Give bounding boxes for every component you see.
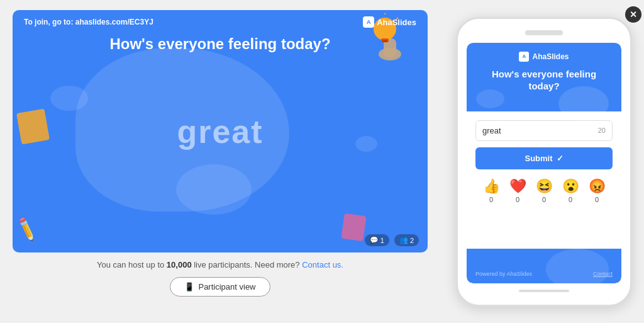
reaction-angry[interactable]: 😡 0	[589, 179, 606, 203]
laugh-emoji: 😆	[536, 179, 553, 193]
blob-decoration-3	[50, 86, 88, 111]
phone-char-count: 20	[598, 127, 606, 134]
users-icon: 👥	[399, 236, 408, 244]
angry-emoji: 😡	[589, 179, 606, 193]
angry-count: 0	[595, 196, 599, 203]
sticky-note-decoration-2	[341, 213, 366, 241]
blob-decoration-2	[176, 164, 252, 215]
phone-logo: A AhaSlides	[475, 52, 613, 62]
reaction-heart[interactable]: ❤️ 0	[509, 179, 526, 203]
slide-logo: A AhaSlides	[363, 16, 416, 28]
logo-icon: A	[363, 16, 374, 28]
phone-answer-input[interactable]: great	[482, 126, 598, 135]
phone-reactions-row: 👍 0 ❤️ 0 😆 0 😮 0	[475, 179, 613, 203]
phone-logo-icon: A	[519, 52, 529, 62]
participant-view-button[interactable]: 📱 Participant view	[170, 277, 270, 297]
phone-blob-2	[476, 89, 504, 108]
phone-notch	[525, 30, 563, 35]
slide-bottom-bar: 💬 1 👥 2	[365, 234, 419, 246]
sticky-note-decoration-1	[16, 108, 50, 144]
phone-submit-button[interactable]: Submit ✓	[475, 147, 613, 169]
phone-blob-1	[558, 86, 609, 121]
thumbsup-count: 0	[489, 196, 493, 203]
slide-featured-word: great	[177, 113, 263, 150]
laugh-count: 0	[542, 196, 546, 203]
response-count-badge: 💬 1	[365, 234, 389, 246]
message-icon: 💬	[370, 236, 379, 244]
close-button[interactable]: ✕	[625, 6, 641, 23]
reaction-wow[interactable]: 😮 0	[562, 179, 579, 203]
phone-logo-text: AhaSlides	[532, 52, 569, 61]
reaction-thumbsup[interactable]: 👍 0	[483, 179, 500, 203]
slide-container: ✏️ To join, go to: ahaslides	[13, 10, 428, 252]
below-slide-section: You can host up to 10,000 live participa…	[97, 260, 343, 297]
checkmark-icon: ✓	[557, 154, 564, 163]
phone-mockup: A AhaSlides How's everyone feeling today…	[456, 17, 632, 307]
left-panel: ✏️ To join, go to: ahaslides	[0, 0, 440, 323]
contact-us-link[interactable]: Contact us.	[302, 260, 343, 269]
slide-header: To join, go to: ahaslides.com/EC3YJ A Ah…	[13, 10, 428, 34]
blob-decoration-4	[355, 136, 377, 152]
wow-count: 0	[569, 196, 572, 203]
phone-header-blue: A AhaSlides How's everyone feeling today…	[467, 43, 621, 111]
wow-emoji: 😮	[562, 179, 579, 193]
phone-footer-link[interactable]: Contact	[593, 271, 613, 277]
phone-powered-by: Powered by AhaSlides	[475, 271, 532, 277]
phone-screen: A AhaSlides How's everyone feeling today…	[467, 43, 621, 283]
right-panel: ✕ A AhaSlides How's everyone feeling tod…	[440, 0, 644, 323]
pencil-decoration: ✏️	[13, 216, 40, 243]
mobile-icon: 📱	[184, 282, 194, 292]
join-url-text: To join, go to: ahaslides.com/EC3YJ	[24, 18, 153, 26]
slide-title: How's everyone feeling today?	[13, 35, 428, 53]
phone-input-container[interactable]: great 20	[475, 120, 613, 141]
heart-emoji: ❤️	[509, 179, 526, 193]
phone-footer-blob	[546, 249, 609, 283]
phone-home-bar	[519, 290, 569, 292]
thumbsup-emoji: 👍	[483, 179, 500, 193]
phone-content-area: great 20 Submit ✓ 👍 0 ❤️ 0	[467, 111, 621, 249]
heart-count: 0	[516, 196, 519, 203]
user-count-badge: 👥 2	[394, 234, 419, 246]
reaction-laugh[interactable]: 😆 0	[536, 179, 553, 203]
phone-footer: Powered by AhaSlides Contact	[467, 249, 621, 283]
slide-url: ahaslides.com/EC3YJ	[75, 18, 153, 26]
participant-limit: 10,000	[167, 260, 192, 269]
host-limit-info: You can host up to 10,000 live participa…	[97, 260, 343, 269]
